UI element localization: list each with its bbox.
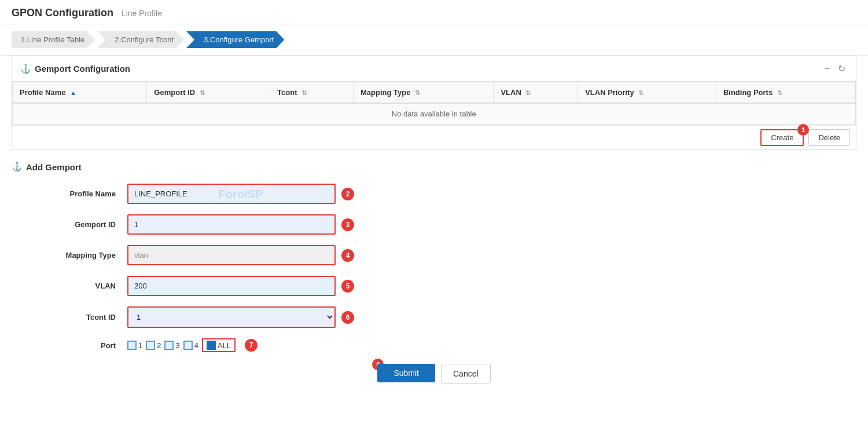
step2-label[interactable]: 2.Configure Tcont xyxy=(97,31,184,48)
profile-name-input[interactable] xyxy=(127,184,336,204)
gemport-table-container: Profile Name ▲ Gemport ID ⇅ Tcont ⇅ Ma xyxy=(12,82,856,125)
mapping-type-badge: 4 xyxy=(341,249,354,262)
sort-icon-binding: ⇅ xyxy=(777,89,782,96)
gemport-config-header: ⚓ Gemport Configuration − ↻ xyxy=(12,56,856,82)
gemport-config-title: ⚓ Gemport Configuration xyxy=(20,64,130,74)
no-data-row: No data available in table xyxy=(13,103,855,125)
port-all-label: ALL xyxy=(218,341,231,350)
col-gemport-id[interactable]: Gemport ID ⇅ xyxy=(147,82,270,103)
vlan-badge: 5 xyxy=(341,280,354,293)
delete-button[interactable]: Delete xyxy=(808,129,850,146)
sort-icon-priority: ⇅ xyxy=(638,89,643,96)
gemport-id-input[interactable] xyxy=(127,214,336,235)
anchor-icon: ⚓ xyxy=(20,64,31,74)
label-vlan: VLAN xyxy=(12,282,127,290)
port-4-label: 4 xyxy=(194,341,198,350)
label-gemport-id: Gemport ID xyxy=(12,220,127,229)
add-gemport-section: ⚓ Add Gemport Profile Name 2 ForoISP Gem… xyxy=(0,156,868,395)
step3-label[interactable]: 3.Configure Gemport xyxy=(186,31,284,48)
wizard-step-1[interactable]: 1.Line Profile Table xyxy=(12,31,97,48)
cancel-button[interactable]: Cancel xyxy=(441,364,491,383)
create-button-wrap: Create 1 xyxy=(760,129,804,146)
submit-button[interactable]: Submit xyxy=(377,364,435,382)
port-4-checkbox[interactable] xyxy=(183,341,193,350)
label-tcont-id: Tcont ID xyxy=(12,313,127,322)
col-tcont[interactable]: Tcont ⇅ xyxy=(270,82,354,103)
label-profile-name: Profile Name xyxy=(12,189,127,198)
sort-icon-vlan: ⇅ xyxy=(525,89,531,96)
gemport-id-badge: 3 xyxy=(341,218,354,231)
sort-icon-mapping: ⇅ xyxy=(415,89,420,96)
tcont-id-select[interactable]: 1 2 3 4 xyxy=(127,306,336,328)
create-badge: 1 xyxy=(797,124,809,136)
port-2-label: 2 xyxy=(157,341,161,350)
vlan-input[interactable] xyxy=(127,276,336,296)
page-title: GPON Configuration xyxy=(12,7,113,19)
tcont-id-badge: 6 xyxy=(341,311,354,324)
col-vlan[interactable]: VLAN ⇅ xyxy=(494,82,578,103)
add-gemport-title: ⚓ Add Gemport xyxy=(12,162,856,172)
wizard-step-3[interactable]: 3.Configure Gemport xyxy=(186,31,286,48)
add-anchor-icon: ⚓ xyxy=(12,162,23,172)
refresh-button[interactable]: ↻ xyxy=(836,62,848,75)
mapping-type-input xyxy=(127,245,336,265)
tcont-id-wrap: 1 2 3 4 6 xyxy=(127,306,354,328)
vlan-wrap: 5 xyxy=(127,276,354,296)
sort-icon-tcont: ⇅ xyxy=(301,89,307,96)
sort-icon-gemport: ⇅ xyxy=(200,89,205,96)
port-2-item: 2 xyxy=(146,341,161,350)
submit-button-wrap: 8 Submit xyxy=(377,364,435,383)
form-row-profile-name: Profile Name 2 ForoISP xyxy=(12,184,856,204)
section-controls: − ↻ xyxy=(822,62,848,75)
form-row-tcont-id: Tcont ID 1 2 3 4 6 xyxy=(12,306,856,328)
page-subtitle: Line Profile xyxy=(122,9,162,18)
form-row-port: Port 1 2 3 xyxy=(12,338,856,352)
table-actions: Create 1 Delete xyxy=(12,125,856,149)
port-3-item: 3 xyxy=(164,341,179,350)
port-checkboxes: 1 2 3 4 ALL xyxy=(127,338,258,352)
port-all-item: ALL xyxy=(202,338,236,352)
form-actions: 8 Submit Cancel xyxy=(12,364,856,383)
label-mapping-type: Mapping Type xyxy=(12,251,127,260)
sort-icon-profile: ▲ xyxy=(70,89,76,96)
gemport-config-box: ⚓ Gemport Configuration − ↻ Profile Name… xyxy=(12,56,856,150)
wizard-steps: 1.Line Profile Table 2.Configure Tcont 3… xyxy=(0,24,868,56)
profile-name-badge: 2 xyxy=(341,188,354,200)
gemport-table: Profile Name ▲ Gemport ID ⇅ Tcont ⇅ Ma xyxy=(13,82,855,125)
port-badge: 7 xyxy=(245,339,258,352)
col-binding-ports[interactable]: Binding Ports ⇅ xyxy=(716,82,855,103)
port-1-checkbox[interactable] xyxy=(127,341,137,350)
port-4-item: 4 xyxy=(183,341,198,350)
port-1-label: 1 xyxy=(138,341,142,350)
port-wrap: 1 2 3 4 ALL xyxy=(127,338,258,352)
port-all-checkbox[interactable] xyxy=(207,341,216,350)
profile-name-wrap: 2 ForoISP xyxy=(127,184,354,204)
port-3-checkbox[interactable] xyxy=(164,341,174,350)
col-mapping-type[interactable]: Mapping Type ⇅ xyxy=(354,82,494,103)
form-row-gemport-id: Gemport ID 3 xyxy=(12,214,856,235)
form-row-vlan: VLAN 5 xyxy=(12,276,856,296)
port-2-checkbox[interactable] xyxy=(146,341,155,350)
no-data-message: No data available in table xyxy=(13,103,855,125)
col-vlan-priority[interactable]: VLAN Priority ⇅ xyxy=(578,82,716,103)
wizard-step-2[interactable]: 2.Configure Tcont xyxy=(97,31,186,48)
label-port: Port xyxy=(12,341,127,350)
col-profile-name[interactable]: Profile Name ▲ xyxy=(13,82,147,103)
form-row-mapping-type: Mapping Type 4 xyxy=(12,245,856,265)
gemport-id-wrap: 3 xyxy=(127,214,354,235)
step1-label[interactable]: 1.Line Profile Table xyxy=(12,31,95,48)
page-container: GPON Configuration Line Profile 1.Line P… xyxy=(0,0,868,431)
mapping-type-wrap: 4 xyxy=(127,245,354,265)
port-1-item: 1 xyxy=(127,341,142,350)
page-header: GPON Configuration Line Profile xyxy=(0,0,868,24)
minimize-button[interactable]: − xyxy=(822,62,832,75)
port-3-label: 3 xyxy=(175,341,179,350)
